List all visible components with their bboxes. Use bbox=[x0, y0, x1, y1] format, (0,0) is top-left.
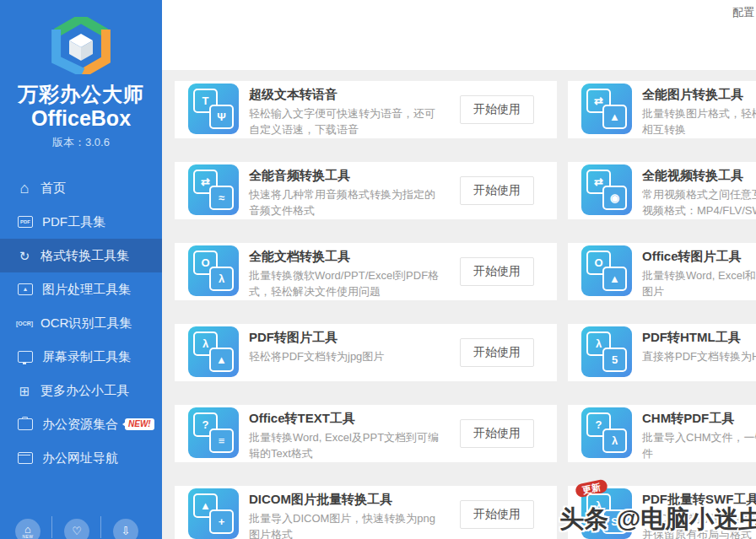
tool-card: λ ▲ PDF转图片工具 轻松将PDF文档转为jpg图片 开始使用 bbox=[175, 324, 557, 381]
tool-description: 批量导入CHM文件，一键件 bbox=[642, 429, 756, 461]
tool-icon-front-square: 5 bbox=[602, 348, 627, 372]
tool-icon: ⇄ ◉ bbox=[581, 164, 632, 215]
tool-icon: λ ▲ bbox=[188, 326, 239, 377]
grid-plus-icon: ⊞ bbox=[15, 385, 34, 397]
tool-icon-front-square: ▲ bbox=[209, 348, 234, 372]
tool-description: 直接将PDF文档转换为HT bbox=[642, 348, 756, 364]
briefcase-icon bbox=[18, 418, 33, 430]
tool-title: DICOM图片批量转换工具 bbox=[249, 492, 392, 508]
start-button[interactable]: 开始使用 bbox=[460, 500, 534, 529]
tool-icon-front-square: ◉ bbox=[602, 186, 627, 210]
tool-icon-front-square: ≈ bbox=[209, 186, 234, 210]
sidebar-item-more-tools[interactable]: ⊞ 更多办公小工具 bbox=[0, 374, 162, 407]
download-icon: ⇩ bbox=[122, 526, 131, 536]
footer-button-download[interactable]: ⇩ bbox=[113, 519, 138, 539]
footer-button-home-new[interactable]: ⌂ NEW bbox=[15, 519, 40, 539]
tool-icon: ▲ + bbox=[188, 488, 239, 539]
tool-card: O λ 全能文档转换工具 批量转换微软Word/PPT/Excel到PDF格式，… bbox=[175, 243, 557, 300]
sidebar-item-pdf-tools[interactable]: PDF PDF工具集 bbox=[0, 205, 162, 239]
sidebar-item-ocr-tools[interactable]: [OCR] OCR识别工具集 bbox=[0, 306, 162, 340]
watermark-prefix: 头条 bbox=[559, 505, 608, 532]
convert-icon: ↻ bbox=[15, 250, 34, 262]
app-name-en: OfficeBox bbox=[0, 106, 162, 131]
tool-description: 轻松将PDF文档转为jpg图片 bbox=[249, 348, 384, 364]
tool-card: ⇄ ◉ 全能视频转换工具 常用视频格式之间任意互视频格式：MP4/FLV/SW … bbox=[568, 162, 756, 219]
home-icon: ⌂ bbox=[15, 181, 34, 196]
tool-icon: ? ≡ bbox=[188, 407, 239, 458]
tool-title: Office转TEXT工具 bbox=[249, 411, 355, 427]
footer-divider bbox=[51, 516, 52, 538]
tool-description: 批量转换图片格式，轻松相互转换 bbox=[642, 105, 756, 137]
tool-card: λ 5 PDF转HTML工具 直接将PDF文档转换为HT 开始使用 bbox=[568, 324, 756, 381]
tool-description: 轻松输入文字便可快速转为语音，还可自定义语速，下载语音 bbox=[249, 105, 435, 137]
sidebar-item-home[interactable]: ⌂ 首页 bbox=[0, 171, 162, 205]
tool-icon: ⇄ ▲ bbox=[581, 84, 632, 134]
tool-title: 超级文本转语音 bbox=[249, 87, 338, 103]
tool-description: 常用视频格式之间任意互视频格式：MP4/FLV/SW bbox=[642, 186, 756, 218]
sidebar-item-label: 首页 bbox=[40, 181, 66, 197]
sidebar-item-label: 格式转换工具集 bbox=[40, 248, 129, 264]
tool-description: 快速将几种常用音频格式转换为指定的音频文件格式 bbox=[249, 186, 435, 218]
sidebar-item-label: OCR识别工具集 bbox=[40, 315, 132, 331]
tool-title: 全能音频转换工具 bbox=[249, 168, 350, 184]
tool-description: 批量转换微软Word/PPT/Excel到PDF格式，轻松解决文件使用问题 bbox=[249, 267, 439, 299]
main-header: 配置 bbox=[162, 0, 756, 70]
pdf-badge-icon: PDF bbox=[18, 216, 33, 228]
tool-icon: O λ bbox=[188, 245, 239, 296]
sidebar-item-label: 更多办公小工具 bbox=[40, 383, 129, 399]
watermark-handle: @电脑小迷虫 bbox=[617, 505, 756, 532]
sidebar-item-image-tools[interactable]: ▲ 图片处理工具集 bbox=[0, 272, 162, 306]
tool-card: O ▲ Office转图片工具 批量转换Word, Excel和P图片 开始使用 bbox=[568, 243, 756, 300]
app-name-cn: 万彩办公大师 bbox=[0, 81, 162, 108]
start-button[interactable]: 开始使用 bbox=[460, 257, 534, 286]
tool-icon-front-square: ▲ bbox=[602, 267, 627, 291]
tools-panel: T Ψ 超级文本转语音 轻松输入文字便可快速转为语音，还可自定义语速，下载语音 … bbox=[162, 70, 756, 539]
tool-title: Office转图片工具 bbox=[642, 249, 742, 265]
tool-title: 全能图片转换工具 bbox=[642, 87, 743, 103]
tool-card: ⇄ ▲ 全能图片转换工具 批量转换图片格式，轻松相互转换 开始使用 bbox=[568, 81, 756, 138]
tool-title: PDF转HTML工具 bbox=[642, 330, 741, 346]
tool-icon-front-square: ▲ bbox=[602, 105, 627, 129]
tool-title: 全能视频转换工具 bbox=[642, 168, 743, 184]
tool-card: ⇄ ≈ 全能音频转换工具 快速将几种常用音频格式转换为指定的音频文件格式 开始使… bbox=[175, 162, 557, 219]
tool-icon: λ 5 bbox=[581, 326, 632, 377]
sidebar-item-label: 图片处理工具集 bbox=[42, 282, 131, 298]
sidebar-item-label: 屏幕录制工具集 bbox=[42, 349, 131, 365]
start-button[interactable]: 开始使用 bbox=[460, 95, 534, 124]
sidebar-menu: ⌂ 首页 PDF PDF工具集 ↻ 格式转换工具集 ▲ 图片处理工具集 [OCR… bbox=[0, 171, 162, 475]
tool-icon-front-square: ≡ bbox=[209, 429, 234, 453]
start-button[interactable]: 开始使用 bbox=[460, 419, 534, 448]
tool-icon-front-square: Ψ bbox=[209, 105, 234, 129]
tool-title: CHM转PDF工具 bbox=[642, 411, 734, 427]
tool-description: 批量导入DICOM图片，快速转换为png图片格式 bbox=[249, 510, 435, 539]
app-logo-icon bbox=[49, 17, 113, 74]
tool-title: PDF转图片工具 bbox=[249, 330, 338, 346]
image-icon: ▲ bbox=[18, 283, 33, 295]
watermark: 头条@电脑小迷虫 bbox=[559, 503, 756, 536]
start-button[interactable]: 开始使用 bbox=[460, 338, 534, 367]
heart-icon: ♡ bbox=[72, 526, 82, 536]
tool-title: 全能文档转换工具 bbox=[249, 249, 350, 265]
footer-sub-label: NEW bbox=[22, 535, 33, 539]
sidebar-item-screen-record[interactable]: 屏幕录制工具集 bbox=[0, 340, 162, 374]
tool-card: ? ≡ Office转TEXT工具 批量转换Word, Excel及PPT文档到… bbox=[175, 405, 557, 462]
start-button[interactable]: 开始使用 bbox=[460, 176, 534, 205]
tool-icon: ⇄ ≈ bbox=[188, 164, 239, 215]
sidebar-item-office-nav[interactable]: 办公网址导航 bbox=[0, 441, 162, 475]
browser-icon bbox=[18, 452, 33, 464]
tool-icon: ? λ bbox=[581, 407, 632, 458]
sidebar-item-format-convert[interactable]: ↻ 格式转换工具集 bbox=[0, 239, 162, 272]
sidebar-item-label: 办公网址导航 bbox=[42, 450, 118, 466]
sidebar-item-office-resources[interactable]: 办公资源集合 NEW! bbox=[0, 407, 162, 441]
footer-button-favorite[interactable]: ♡ bbox=[64, 519, 89, 539]
tool-icon-front-square: + bbox=[209, 509, 234, 534]
settings-link[interactable]: 配置 bbox=[732, 5, 754, 20]
tool-icon: T Ψ bbox=[188, 84, 239, 134]
sidebar-item-label: 办公资源集合 bbox=[42, 417, 118, 433]
ocr-icon: [OCR] bbox=[15, 321, 34, 326]
tool-card: T Ψ 超级文本转语音 轻松输入文字便可快速转为语音，还可自定义语速，下载语音 … bbox=[175, 81, 557, 138]
sidebar: 万彩办公大师 OfficeBox 版本：3.0.6 ⌂ 首页 PDF PDF工具… bbox=[0, 0, 162, 539]
tool-card: ▲ + DICOM图片批量转换工具 批量导入DICOM图片，快速转换为png图片… bbox=[175, 486, 557, 539]
sidebar-item-label: PDF工具集 bbox=[42, 214, 105, 230]
home-new-icon: ⌂ bbox=[24, 525, 31, 535]
